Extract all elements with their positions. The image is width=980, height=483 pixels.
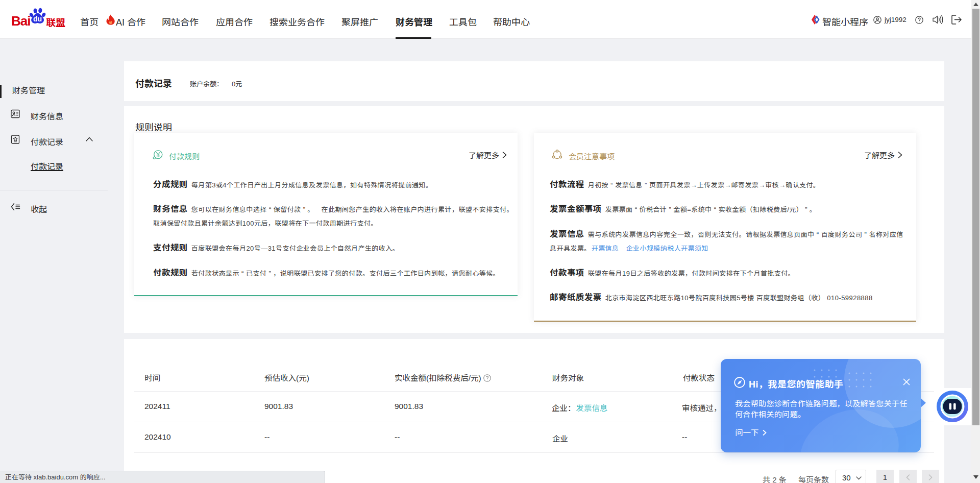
svg-text:du: du [33, 15, 42, 23]
